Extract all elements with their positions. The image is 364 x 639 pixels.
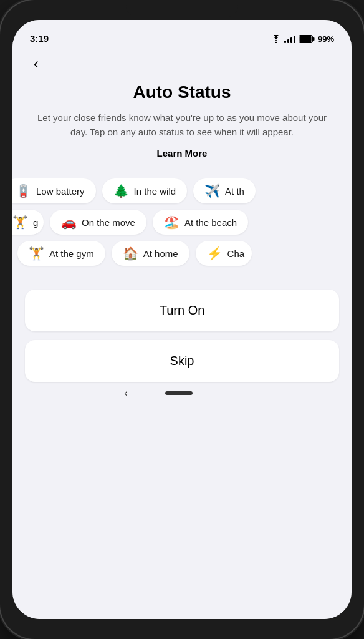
move-emoji: 🚗	[61, 216, 77, 228]
chip-airport-label: At th	[225, 186, 244, 197]
chip-on-move-label: On the move	[82, 217, 135, 228]
back-button[interactable]: ‹	[25, 52, 47, 75]
back-chevron-icon: ‹	[34, 56, 39, 71]
chip-low-battery-label: Low battery	[36, 186, 85, 197]
wifi-icon	[271, 35, 281, 43]
title-section: Auto Status Let your close friends know …	[12, 77, 352, 173]
chip-gym-label: At the gym	[49, 248, 94, 259]
phone-device: 3:19	[0, 0, 364, 639]
signal-icon	[284, 35, 295, 43]
chip-g-label: g	[33, 217, 38, 228]
page-subtitle: Let your close friends know what you're …	[32, 111, 332, 139]
chip-row-2: 🏋️ g 🚗 On the move 🏖️ At the beach	[12, 210, 352, 235]
phone-screen: 3:19	[12, 20, 352, 619]
home-pill[interactable]	[165, 391, 193, 395]
chip-in-the-wild[interactable]: 🌲 In the wild	[102, 178, 188, 203]
chip-at-home[interactable]: 🏠 At home	[112, 241, 189, 266]
chip-at-gym[interactable]: 🏋️ At the gym	[17, 241, 105, 266]
chip-row-1: 🪫 Low battery 🌲 In the wild ✈️ At th	[12, 178, 352, 203]
chip-charging-label: Cha	[228, 248, 245, 259]
chip-home-label: At home	[143, 248, 178, 259]
status-bar: 3:19	[12, 20, 352, 47]
battery-icon	[299, 35, 315, 43]
chip-row-3: 🏋️ At the gym 🏠 At home ⚡ Cha	[12, 241, 352, 266]
status-chips-container: 🪫 Low battery 🌲 In the wild ✈️ At th	[12, 173, 352, 277]
bottom-buttons: Turn On Skip	[12, 277, 352, 382]
notch	[126, 0, 238, 17]
chip-on-the-move[interactable]: 🚗 On the move	[50, 210, 146, 235]
chip-beach-label: At the beach	[184, 217, 237, 228]
svg-point-0	[275, 42, 277, 43]
chip-at-airport[interactable]: ✈️ At th	[193, 178, 256, 203]
gym-partial-emoji: 🏋️	[12, 216, 28, 228]
home-indicator: ‹	[12, 382, 352, 409]
svg-rect-2	[312, 37, 314, 41]
in-wild-emoji: 🌲	[113, 185, 129, 197]
chip-charging[interactable]: ⚡ Cha	[196, 241, 252, 266]
header-nav: ‹	[12, 47, 352, 77]
low-battery-emoji: 🪫	[16, 185, 31, 197]
beach-emoji: 🏖️	[164, 216, 180, 228]
status-time: 3:19	[30, 33, 49, 44]
status-icons: 99%	[271, 34, 334, 44]
chip-at-beach[interactable]: 🏖️ At the beach	[153, 210, 248, 235]
home-emoji: 🏠	[123, 247, 138, 260]
gym-emoji: 🏋️	[29, 247, 44, 260]
chip-partial-g[interactable]: 🏋️ g	[12, 210, 44, 235]
airport-emoji: ✈️	[204, 185, 220, 197]
nav-back-icon[interactable]: ‹	[124, 388, 127, 399]
svg-rect-3	[299, 36, 311, 42]
battery-pct: 99%	[318, 34, 334, 44]
turn-on-button[interactable]: Turn On	[25, 290, 339, 331]
chip-in-wild-label: In the wild	[134, 186, 176, 197]
charging-emoji: ⚡	[207, 247, 223, 260]
learn-more-link[interactable]: Learn More	[32, 148, 332, 159]
page-title: Auto Status	[32, 82, 332, 102]
skip-button[interactable]: Skip	[25, 340, 339, 382]
screen-content: ‹ Auto Status Let your close friends kno…	[12, 47, 352, 619]
chip-low-battery[interactable]: 🪫 Low battery	[12, 178, 96, 203]
